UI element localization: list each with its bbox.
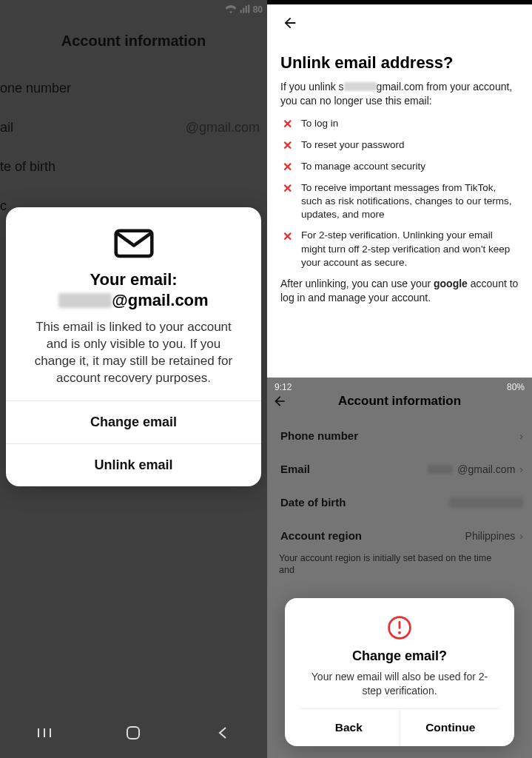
left-pane: 80 Account information one number ail @g… — [0, 0, 267, 758]
back-button[interactable] — [280, 13, 300, 33]
list-item: ✕To manage account security — [280, 160, 519, 174]
x-icon: ✕ — [280, 229, 294, 243]
nav-back-icon[interactable] — [214, 724, 232, 742]
right-pane: Unlink email address? If you unlink sgma… — [267, 0, 532, 758]
list-item: ✕To reset your password — [280, 138, 519, 152]
x-icon: ✕ — [280, 182, 294, 195]
list-item: ✕To receive important messages from TikT… — [280, 181, 519, 222]
your-email-sheet: Your email: @gmail.com This email is lin… — [6, 207, 261, 486]
nav-home-icon[interactable] — [124, 724, 142, 742]
svg-point-4 — [398, 631, 401, 634]
unlink-heading: Unlink email address? — [280, 53, 519, 73]
unlink-list: ✕To log in ✕To reset your password ✕To m… — [280, 117, 519, 269]
svg-rect-1 — [127, 727, 139, 739]
rb-statusbar: 9:12 80% — [267, 378, 532, 397]
dialog-title: Change email? — [298, 648, 501, 664]
email-suffix: @gmail.com — [112, 291, 208, 309]
list-item: ✕For 2-step verification. Unlinking your… — [280, 229, 519, 269]
status-battery: 80% — [507, 382, 525, 392]
nav-recents-icon[interactable] — [36, 724, 53, 742]
unlink-email-page: Unlink email address? If you unlink sgma… — [267, 0, 532, 378]
unlink-lead: If you unlink sgmail.com from your accou… — [280, 80, 519, 108]
status-time: 9:12 — [275, 382, 292, 392]
sheet-body-text: This email is linked to your account and… — [22, 319, 245, 387]
x-icon: ✕ — [280, 139, 294, 152]
x-icon: ✕ — [280, 161, 294, 174]
svg-rect-3 — [399, 621, 401, 629]
redacted-email-prefix — [58, 293, 112, 308]
android-navbar — [0, 715, 267, 751]
right-bottom-pane: 9:12 80% Account information Phone numbe… — [267, 378, 532, 758]
unlink-after-text: After unlinking, you can use your google… — [280, 277, 519, 305]
change-email-button[interactable]: Change email — [6, 400, 261, 443]
dialog-back-button[interactable]: Back — [298, 709, 400, 746]
dialog-body: Your new email will also be used for 2-s… — [298, 670, 501, 708]
envelope-icon — [22, 227, 245, 262]
list-item: ✕To log in — [280, 117, 519, 131]
dialog-continue-button[interactable]: Continue — [400, 709, 502, 746]
warning-icon — [386, 614, 413, 641]
sheet-heading: Your email: @gmail.com — [22, 269, 245, 310]
redacted-email-icon — [344, 82, 377, 91]
x-icon: ✕ — [280, 118, 294, 131]
change-email-dialog: Change email? Your new email will also b… — [285, 598, 514, 746]
unlink-email-button[interactable]: Unlink email — [6, 443, 261, 486]
